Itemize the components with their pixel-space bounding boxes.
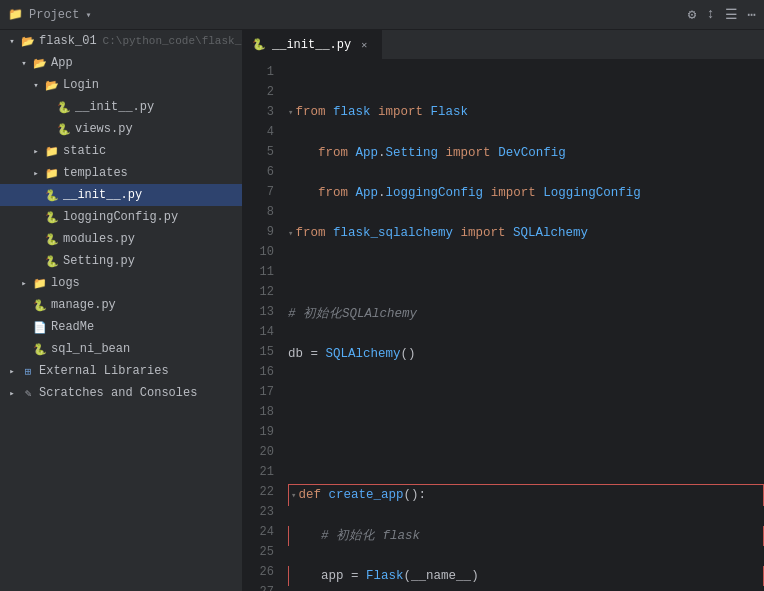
more-icon[interactable]: ⋯	[748, 6, 756, 23]
code-line-3: from App.loggingConfig import LoggingCon…	[288, 183, 764, 203]
manage-icon: 🐍	[32, 297, 48, 313]
line-num-23: 23	[242, 502, 274, 522]
arrow-login: ▾	[28, 80, 44, 91]
code-content: ▾from flask import Flask from App.Settin…	[280, 60, 764, 591]
modules-icon: 🐍	[44, 231, 60, 247]
code-line-12: app = Flask(__name__)	[288, 566, 764, 586]
line-num-22: 22	[242, 482, 274, 502]
main-layout: ▾ 📂 flask_01 C:\python_code\flask_01 ▾ 📂…	[0, 30, 764, 591]
arrow-scratches: ▸	[4, 388, 20, 399]
line-num-15: 15	[242, 342, 274, 362]
app-label: App	[51, 56, 73, 70]
sql-bean-label: sql_ni_bean	[51, 342, 130, 356]
tab-close-button[interactable]: ✕	[357, 38, 371, 52]
code-area[interactable]: 1 2 3 4 5 6 7 8 9 10 11 12 13 14 15 16 1…	[242, 60, 764, 591]
line-num-19: 19	[242, 422, 274, 442]
login-label: Login	[63, 78, 99, 92]
line-num-26: 26	[242, 562, 274, 582]
login-folder-icon: 📂	[44, 77, 60, 93]
title-icons: ⚙ ↕ ☰ ⋯	[688, 6, 756, 23]
code-line-6: # 初始化SQLAlchemy	[288, 304, 764, 324]
external-libs-label: External Libraries	[39, 364, 169, 378]
scratches-icon: ✎	[20, 385, 36, 401]
code-line-10: ▾def create_app():	[288, 484, 764, 506]
line-num-25: 25	[242, 542, 274, 562]
gear-icon[interactable]: ☰	[725, 6, 738, 23]
sidebar-item-login-views[interactable]: 🐍 views.py	[0, 118, 242, 140]
code-line-1: ▾from flask import Flask	[288, 102, 764, 123]
title-bar: 📁 Project ▾ ⚙ ↕ ☰ ⋯	[0, 0, 764, 30]
sidebar-item-sql-bean[interactable]: 🐍 sql_ni_bean	[0, 338, 242, 360]
setting-icon: 🐍	[44, 253, 60, 269]
line-num-14: 14	[242, 322, 274, 342]
project-icon: 📁	[8, 7, 23, 22]
sidebar-item-login-init[interactable]: 🐍 __init__.py	[0, 96, 242, 118]
code-line-11: # 初始化 flask	[288, 526, 764, 546]
login-views-icon: 🐍	[56, 121, 72, 137]
line-num-9: 9	[242, 222, 274, 242]
sidebar-item-app-init[interactable]: 🐍 __init__.py	[0, 184, 242, 206]
readme-label: ReadMe	[51, 320, 94, 334]
sidebar-item-scratches[interactable]: ▸ ✎ Scratches and Consoles	[0, 382, 242, 404]
project-root-label: flask_01	[39, 34, 97, 48]
sidebar-item-templates[interactable]: ▸ 📁 templates	[0, 162, 242, 184]
app-init-label: __init__.py	[63, 188, 142, 202]
code-line-9	[288, 424, 764, 444]
line-num-27: 27	[242, 582, 274, 591]
arrow-external-libs: ▸	[4, 366, 20, 377]
sidebar-item-logging-config[interactable]: 🐍 loggingConfig.py	[0, 206, 242, 228]
line-num-21: 21	[242, 462, 274, 482]
login-views-label: views.py	[75, 122, 133, 136]
line-num-3: 3	[242, 102, 274, 122]
line-num-17: 17	[242, 382, 274, 402]
app-folder-icon: 📂	[32, 55, 48, 71]
sidebar-item-modules[interactable]: 🐍 modules.py	[0, 228, 242, 250]
settings-icon[interactable]: ⚙	[688, 6, 696, 23]
manage-label: manage.py	[51, 298, 116, 312]
code-line-5	[288, 264, 764, 284]
line-num-20: 20	[242, 442, 274, 462]
sql-bean-icon: 🐍	[32, 341, 48, 357]
project-title: Project	[29, 8, 79, 22]
code-line-2: from App.Setting import DevConfig	[288, 143, 764, 163]
tab-bar: 🐍 __init__.py ✕	[242, 30, 764, 60]
sort-icon[interactable]: ↕	[706, 6, 714, 23]
line-num-1: 1	[242, 62, 274, 82]
project-path: C:\python_code\flask_01	[103, 35, 242, 47]
line-num-12: 12	[242, 282, 274, 302]
line-num-18: 18	[242, 402, 274, 422]
line-num-8: 8	[242, 202, 274, 222]
arrow-static: ▸	[28, 146, 44, 157]
project-folder-icon: 📂	[20, 33, 36, 49]
sidebar-item-external-libs[interactable]: ▸ ⊞ External Libraries	[0, 360, 242, 382]
sidebar-item-logs[interactable]: ▸ 📁 logs	[0, 272, 242, 294]
sidebar-item-manage[interactable]: 🐍 manage.py	[0, 294, 242, 316]
project-label: 📁 Project ▾	[8, 7, 91, 22]
sidebar-item-static[interactable]: ▸ 📁 static	[0, 140, 242, 162]
line-num-6: 6	[242, 162, 274, 182]
logs-label: logs	[51, 276, 80, 290]
arrow-logs: ▸	[16, 278, 32, 289]
arrow-app: ▾	[16, 58, 32, 69]
line-num-2: 2	[242, 82, 274, 102]
sidebar-item-project-root[interactable]: ▾ 📂 flask_01 C:\python_code\flask_01	[0, 30, 242, 52]
line-num-10: 10	[242, 242, 274, 262]
code-line-4: ▾from flask_sqlalchemy import SQLAlchemy	[288, 223, 764, 244]
sidebar-item-login[interactable]: ▾ 📂 Login	[0, 74, 242, 96]
sidebar-item-readme[interactable]: 📄 ReadMe	[0, 316, 242, 338]
line-num-4: 4	[242, 122, 274, 142]
setting-label: Setting.py	[63, 254, 135, 268]
line-num-11: 11	[242, 262, 274, 282]
code-line-7: db = SQLAlchemy()	[288, 344, 764, 364]
arrow-templates: ▸	[28, 168, 44, 179]
project-dropdown-arrow[interactable]: ▾	[85, 9, 91, 21]
tab-py-icon: 🐍	[252, 38, 266, 51]
scratches-label: Scratches and Consoles	[39, 386, 197, 400]
tab-init-label: __init__.py	[272, 38, 351, 52]
right-panel: 🐍 __init__.py ✕ 1 2 3 4 5 6 7 8 9 10 11 …	[242, 30, 764, 591]
line-num-24: 24	[242, 522, 274, 542]
sidebar-item-app[interactable]: ▾ 📂 App	[0, 52, 242, 74]
tab-init-py[interactable]: 🐍 __init__.py ✕	[242, 30, 382, 59]
logs-folder-icon: 📁	[32, 275, 48, 291]
sidebar-item-setting[interactable]: 🐍 Setting.py	[0, 250, 242, 272]
